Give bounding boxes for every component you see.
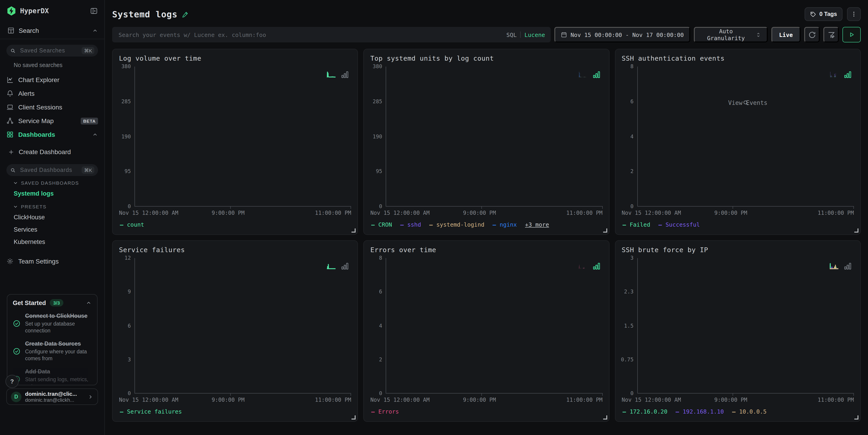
run-query-play-button[interactable]	[842, 27, 861, 42]
chevron-up-icon[interactable]	[86, 300, 92, 306]
chart-type-toggle	[327, 70, 349, 79]
chart-type-toggle	[578, 70, 600, 79]
user-account-button[interactable]: D dominic.tran@clic... dominic.tran@clic…	[6, 389, 98, 405]
sidebar-item-alerts[interactable]: Alerts	[0, 87, 104, 100]
view-events-button[interactable]: View Events	[724, 99, 768, 106]
legend-item[interactable]: —CRON	[371, 221, 392, 228]
chart-title: SSH authentication events	[622, 55, 854, 62]
time-range-picker-button[interactable]: Nov 15 00:00:00 - Nov 17 00:00:00	[554, 27, 690, 42]
nav-label: Chart Explorer	[18, 76, 98, 84]
sidebar-item-team-settings[interactable]: Team Settings	[0, 254, 104, 268]
create-dashboard-button[interactable]: Create Dashboard	[0, 145, 104, 159]
get-started-step-connect[interactable]: Connect to ClickHouse Set up your databa…	[13, 311, 92, 334]
sidebar-item-search[interactable]: Search	[0, 21, 104, 39]
team-settings-label: Team Settings	[18, 258, 98, 265]
panel-resize-handle[interactable]	[603, 228, 607, 232]
sidebar-item-clickhouse[interactable]: ClickHouse	[0, 211, 104, 223]
hyperdx-logo-icon	[6, 6, 17, 16]
step-desc: Configure where your data comes from	[25, 348, 92, 362]
chart-type-toggle	[830, 70, 852, 79]
legend-item[interactable]: —172.16.0.20	[622, 408, 668, 415]
line-chart-toggle-icon[interactable]	[578, 262, 587, 270]
edit-title-pencil-icon[interactable]	[182, 11, 189, 18]
sidebar-item-dashboards[interactable]: Dashboards	[0, 128, 104, 142]
get-started-step-sources[interactable]: Create Data Sources Configure where your…	[13, 339, 92, 362]
bar-chart-toggle-icon[interactable]	[843, 70, 852, 79]
panel-resize-handle[interactable]	[603, 415, 607, 420]
granularity-select[interactable]: Auto Granularity	[694, 27, 768, 42]
legend-item[interactable]: —Service failures	[120, 408, 182, 415]
get-started-progress-badge: 3/3	[50, 299, 64, 306]
event-search-input[interactable]	[118, 31, 502, 38]
saved-dashboards-input[interactable]: ⌘K	[6, 164, 98, 176]
panel-resize-handle[interactable]	[854, 415, 859, 420]
lucene-toggle[interactable]: Lucene	[525, 31, 545, 38]
y-axis-tick: 0	[630, 390, 633, 397]
panel-resize-handle[interactable]	[854, 228, 859, 232]
chart-title: Log volume over time	[119, 55, 351, 62]
line-chart-toggle-icon[interactable]	[578, 70, 587, 79]
play-icon	[848, 31, 855, 38]
y-axis-tick: 380	[121, 63, 131, 69]
legend-item[interactable]: —Successful	[658, 221, 700, 228]
saved-dashboards-field[interactable]	[19, 166, 79, 174]
bar-chart-toggle-icon[interactable]	[592, 70, 600, 79]
y-axis-tick: 1.5	[624, 322, 634, 329]
user-name: dominic.tran@clic...	[25, 391, 84, 397]
sidebar-item-chart-explorer[interactable]: Chart Explorer	[0, 73, 104, 87]
service-map-icon	[6, 117, 14, 124]
collapse-sidebar-icon[interactable]	[90, 7, 98, 15]
line-chart-toggle-icon[interactable]	[830, 262, 838, 270]
sidebar-item-client-sessions[interactable]: Client Sessions	[0, 100, 104, 114]
legend-item[interactable]: —192.168.1.10	[676, 408, 724, 415]
query-language-toggle[interactable]: SQL Lucene	[506, 31, 545, 38]
dashboard-menu-kebab-button[interactable]	[847, 7, 861, 21]
legend-item[interactable]: —count	[120, 221, 144, 228]
y-axis-tick: 95	[376, 168, 382, 175]
line-chart-toggle-icon[interactable]	[830, 70, 838, 79]
saved-searches-field[interactable]	[19, 47, 79, 54]
line-chart-toggle-icon[interactable]	[327, 70, 336, 79]
legend-item[interactable]: —10.0.0.5	[732, 408, 767, 415]
bar-chart-toggle-icon[interactable]	[341, 70, 349, 79]
help-button[interactable]: ?	[5, 375, 19, 388]
x-axis-tick: Nov 15 12:00:00 AM	[370, 210, 430, 216]
step-title: Connect to ClickHouse	[25, 313, 88, 319]
toolbar: SQL Lucene Nov 15 00:00:00 - Nov 17 00:0…	[105, 21, 868, 42]
sidebar-item-service-map[interactable]: Service Map BETA	[0, 114, 104, 128]
sql-toggle[interactable]: SQL	[506, 31, 517, 38]
y-axis-tick: 285	[373, 98, 382, 104]
legend-item[interactable]: —Failed	[622, 221, 650, 228]
line-chart-toggle-icon[interactable]	[327, 262, 336, 270]
saved-dashboards-section-header[interactable]: SAVED DASHBOARDS	[0, 176, 104, 187]
bar-chart-toggle-icon[interactable]	[341, 262, 349, 270]
bar-chart-toggle-icon[interactable]	[843, 262, 852, 270]
tags-button[interactable]: 0 Tags	[805, 7, 842, 21]
legend-item[interactable]: —systemd-logind	[429, 221, 485, 228]
section-label: PRESETS	[21, 204, 46, 209]
y-axis-tick: 190	[121, 133, 131, 139]
brand-row: HyperDX	[0, 0, 104, 21]
live-button[interactable]: Live	[771, 27, 801, 42]
y-axis-tick: 6	[379, 288, 382, 295]
legend-more-link[interactable]: +3 more	[525, 221, 549, 228]
refresh-button[interactable]	[804, 27, 820, 42]
page-title: Systemd logs	[112, 9, 178, 19]
x-axis-tick: Nov 15 12:00:00 AM	[119, 397, 178, 403]
sidebar-item-kubernetes[interactable]: Kubernetes	[0, 236, 104, 248]
sidebar-item-services[interactable]: Services	[0, 223, 104, 236]
presets-section-header[interactable]: PRESETS	[0, 200, 104, 211]
panel-resize-handle[interactable]	[352, 228, 356, 232]
time-range-label: Nov 15 00:00:00 - Nov 17 00:00:00	[570, 31, 684, 38]
sidebar-item-systemd-logs[interactable]: Systemd logs	[0, 187, 104, 200]
saved-searches-input[interactable]: ⌘K	[6, 45, 98, 57]
filter-button[interactable]	[823, 27, 839, 42]
x-axis-tick: 9:00:00 PM	[463, 397, 496, 403]
legend-item[interactable]: —sshd	[400, 221, 421, 228]
panel-resize-handle[interactable]	[352, 415, 356, 420]
bar-chart-toggle-icon[interactable]	[592, 262, 600, 270]
legend-item[interactable]: —nginx	[493, 221, 517, 228]
legend-item[interactable]: —Errors	[371, 408, 399, 415]
get-started-step-add-data[interactable]: Add Data Start sending logs, metrics, or…	[13, 367, 92, 385]
x-axis-tick: 11:00:00 PM	[566, 397, 602, 403]
